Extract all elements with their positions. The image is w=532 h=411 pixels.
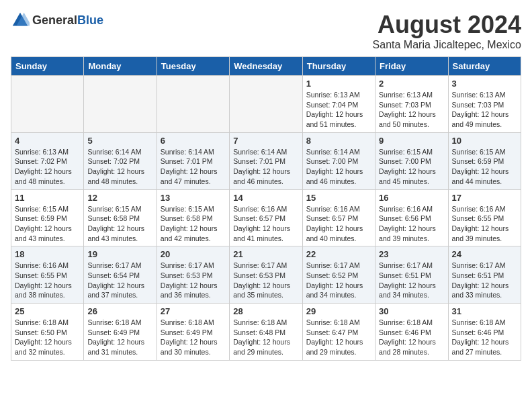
- week-row-1: 4Sunrise: 6:13 AMSunset: 7:02 PMDaylight…: [11, 132, 521, 189]
- header-sunday: Sunday: [11, 57, 84, 76]
- day-content: Sunrise: 6:18 AMSunset: 6:50 PMDaylight:…: [15, 318, 80, 357]
- day-cell: 29Sunrise: 6:18 AMSunset: 6:47 PMDayligh…: [302, 304, 375, 361]
- day-cell: 2Sunrise: 6:13 AMSunset: 7:03 PMDaylight…: [375, 76, 448, 133]
- header-friday: Friday: [375, 57, 448, 76]
- day-cell: 13Sunrise: 6:15 AMSunset: 6:58 PMDayligh…: [157, 189, 229, 246]
- day-number: 17: [452, 193, 517, 203]
- day-content: Sunrise: 6:16 AMSunset: 6:57 PMDaylight:…: [233, 204, 298, 244]
- day-cell: 21Sunrise: 6:17 AMSunset: 6:53 PMDayligh…: [230, 246, 302, 304]
- day-content: Sunrise: 6:13 AMSunset: 7:03 PMDaylight:…: [379, 90, 444, 130]
- header-thursday: Thursday: [302, 57, 375, 76]
- day-number: 6: [161, 136, 226, 146]
- day-cell: 22Sunrise: 6:17 AMSunset: 6:52 PMDayligh…: [302, 246, 375, 304]
- day-number: 3: [452, 79, 517, 89]
- day-content: Sunrise: 6:18 AMSunset: 6:46 PMDaylight:…: [452, 318, 517, 357]
- day-cell: [230, 76, 302, 133]
- day-number: 2: [379, 79, 444, 89]
- day-cell: 1Sunrise: 6:13 AMSunset: 7:04 PMDaylight…: [302, 76, 375, 133]
- day-cell: 25Sunrise: 6:18 AMSunset: 6:50 PMDayligh…: [11, 304, 84, 361]
- day-cell: 14Sunrise: 6:16 AMSunset: 6:57 PMDayligh…: [230, 189, 302, 246]
- week-row-4: 25Sunrise: 6:18 AMSunset: 6:50 PMDayligh…: [11, 304, 521, 361]
- day-number: 10: [452, 136, 517, 146]
- day-number: 7: [233, 136, 298, 146]
- day-cell: 12Sunrise: 6:15 AMSunset: 6:58 PMDayligh…: [84, 189, 157, 246]
- day-content: Sunrise: 6:17 AMSunset: 6:51 PMDaylight:…: [452, 261, 517, 300]
- day-content: Sunrise: 6:16 AMSunset: 6:55 PMDaylight:…: [15, 261, 80, 300]
- day-content: Sunrise: 6:17 AMSunset: 6:53 PMDaylight:…: [233, 261, 298, 300]
- calendar-table: SundayMondayTuesdayWednesdayThursdayFrid…: [11, 56, 521, 361]
- day-number: 23: [379, 249, 444, 259]
- logo-text-general: General: [32, 13, 77, 27]
- day-cell: 24Sunrise: 6:17 AMSunset: 6:51 PMDayligh…: [448, 246, 521, 304]
- day-number: 22: [306, 249, 371, 259]
- day-content: Sunrise: 6:15 AMSunset: 6:59 PMDaylight:…: [452, 147, 517, 187]
- day-content: Sunrise: 6:15 AMSunset: 7:00 PMDaylight:…: [379, 147, 444, 187]
- day-cell: 3Sunrise: 6:13 AMSunset: 7:03 PMDaylight…: [448, 76, 521, 133]
- day-content: Sunrise: 6:16 AMSunset: 6:56 PMDaylight:…: [379, 204, 444, 244]
- day-content: Sunrise: 6:17 AMSunset: 6:54 PMDaylight:…: [87, 261, 152, 300]
- location: Santa Maria Jicaltepec, Mexico: [373, 39, 521, 51]
- day-number: 4: [15, 136, 80, 146]
- day-content: Sunrise: 6:17 AMSunset: 6:51 PMDaylight:…: [379, 261, 444, 300]
- day-number: 9: [379, 136, 444, 146]
- day-number: 28: [233, 306, 298, 316]
- day-number: 16: [379, 193, 444, 203]
- day-content: Sunrise: 6:18 AMSunset: 6:48 PMDaylight:…: [233, 318, 298, 357]
- day-number: 31: [452, 306, 517, 316]
- day-number: 19: [87, 249, 152, 259]
- day-number: 12: [87, 193, 152, 203]
- day-cell: 16Sunrise: 6:16 AMSunset: 6:56 PMDayligh…: [375, 189, 448, 246]
- day-number: 8: [306, 136, 371, 146]
- logo: GeneralBlue: [11, 11, 103, 30]
- day-content: Sunrise: 6:15 AMSunset: 6:59 PMDaylight:…: [15, 204, 80, 244]
- day-content: Sunrise: 6:18 AMSunset: 6:49 PMDaylight:…: [161, 318, 226, 357]
- day-cell: 7Sunrise: 6:14 AMSunset: 7:01 PMDaylight…: [230, 132, 302, 189]
- day-number: 15: [306, 193, 371, 203]
- day-cell: 17Sunrise: 6:16 AMSunset: 6:55 PMDayligh…: [448, 189, 521, 246]
- day-cell: [84, 76, 157, 133]
- day-cell: 31Sunrise: 6:18 AMSunset: 6:46 PMDayligh…: [448, 304, 521, 361]
- day-cell: 20Sunrise: 6:17 AMSunset: 6:53 PMDayligh…: [157, 246, 229, 304]
- day-cell: 6Sunrise: 6:14 AMSunset: 7:01 PMDaylight…: [157, 132, 229, 189]
- day-cell: 8Sunrise: 6:14 AMSunset: 7:00 PMDaylight…: [302, 132, 375, 189]
- day-number: 21: [233, 249, 298, 259]
- day-cell: 10Sunrise: 6:15 AMSunset: 6:59 PMDayligh…: [448, 132, 521, 189]
- day-number: 11: [15, 193, 80, 203]
- day-cell: 23Sunrise: 6:17 AMSunset: 6:51 PMDayligh…: [375, 246, 448, 304]
- day-cell: 11Sunrise: 6:15 AMSunset: 6:59 PMDayligh…: [11, 189, 84, 246]
- day-cell: [11, 76, 84, 133]
- logo-icon: [11, 11, 30, 30]
- month-year: August 2024: [373, 11, 521, 39]
- day-cell: 26Sunrise: 6:18 AMSunset: 6:49 PMDayligh…: [84, 304, 157, 361]
- day-cell: 28Sunrise: 6:18 AMSunset: 6:48 PMDayligh…: [230, 304, 302, 361]
- day-cell: [157, 76, 229, 133]
- day-content: Sunrise: 6:15 AMSunset: 6:58 PMDaylight:…: [87, 204, 152, 244]
- day-cell: 18Sunrise: 6:16 AMSunset: 6:55 PMDayligh…: [11, 246, 84, 304]
- week-row-3: 18Sunrise: 6:16 AMSunset: 6:55 PMDayligh…: [11, 246, 521, 304]
- day-cell: 19Sunrise: 6:17 AMSunset: 6:54 PMDayligh…: [84, 246, 157, 304]
- day-number: 13: [161, 193, 226, 203]
- day-content: Sunrise: 6:13 AMSunset: 7:03 PMDaylight:…: [452, 90, 517, 130]
- day-number: 25: [15, 306, 80, 316]
- header-wednesday: Wednesday: [230, 57, 302, 76]
- day-cell: 15Sunrise: 6:16 AMSunset: 6:57 PMDayligh…: [302, 189, 375, 246]
- day-content: Sunrise: 6:18 AMSunset: 6:46 PMDaylight:…: [379, 318, 444, 357]
- week-row-2: 11Sunrise: 6:15 AMSunset: 6:59 PMDayligh…: [11, 189, 521, 246]
- header-tuesday: Tuesday: [157, 57, 229, 76]
- day-content: Sunrise: 6:17 AMSunset: 6:52 PMDaylight:…: [306, 261, 371, 300]
- title-area: August 2024 Santa Maria Jicaltepec, Mexi…: [373, 11, 521, 51]
- day-number: 26: [87, 306, 152, 316]
- day-number: 5: [87, 136, 152, 146]
- header-monday: Monday: [84, 57, 157, 76]
- header-saturday: Saturday: [448, 57, 521, 76]
- day-content: Sunrise: 6:13 AMSunset: 7:02 PMDaylight:…: [15, 147, 80, 187]
- day-number: 29: [306, 306, 371, 316]
- day-content: Sunrise: 6:17 AMSunset: 6:53 PMDaylight:…: [161, 261, 226, 300]
- week-row-0: 1Sunrise: 6:13 AMSunset: 7:04 PMDaylight…: [11, 76, 521, 133]
- day-content: Sunrise: 6:14 AMSunset: 7:01 PMDaylight:…: [233, 147, 298, 187]
- day-content: Sunrise: 6:14 AMSunset: 7:00 PMDaylight:…: [306, 147, 371, 187]
- day-cell: 4Sunrise: 6:13 AMSunset: 7:02 PMDaylight…: [11, 132, 84, 189]
- day-cell: 27Sunrise: 6:18 AMSunset: 6:49 PMDayligh…: [157, 304, 229, 361]
- day-content: Sunrise: 6:18 AMSunset: 6:49 PMDaylight:…: [87, 318, 152, 357]
- day-number: 14: [233, 193, 298, 203]
